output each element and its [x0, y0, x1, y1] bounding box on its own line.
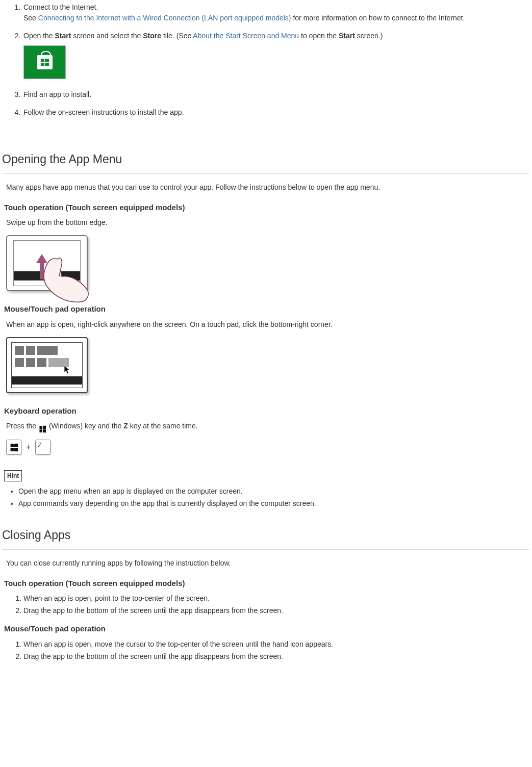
- link-connecting-internet[interactable]: Connecting to the Internet with a Wired …: [38, 14, 291, 22]
- step1-see: See: [23, 14, 38, 22]
- heading-closing-apps: Closing Apps: [2, 526, 529, 550]
- close-touch-head: Touch operation (Touch screen equipped m…: [4, 578, 529, 590]
- store-tile-icon: [23, 45, 66, 79]
- s2-m1: screen and select the: [71, 32, 143, 40]
- open-intro: Many apps have app menus that you can us…: [6, 182, 529, 193]
- hint-2: App commands vary depending on the app t…: [18, 498, 529, 509]
- windows-logo-icon: [39, 426, 46, 433]
- s2-m2: tile. (See: [161, 32, 193, 40]
- figure-swipe-up: [6, 235, 529, 291]
- plus-text: +: [26, 443, 31, 451]
- close-intro: You can close currently running apps by …: [6, 558, 529, 569]
- hint-label: Hint: [4, 470, 22, 481]
- close-mouse-steps: When an app is open, move the cursor to …: [10, 639, 529, 662]
- cm-step-2: Drag the app to the bottom of the screen…: [23, 651, 529, 662]
- s2-after: screen.): [355, 32, 383, 40]
- ct-step-1: When an app is open, point to the top-ce…: [23, 593, 529, 604]
- step1-title: Connect to the Internet.: [23, 3, 98, 11]
- cursor-icon: [64, 365, 72, 374]
- step-2: Open the Start screen and select the Sto…: [22, 31, 529, 89]
- step-4: Follow the on-screen instructions to ins…: [22, 107, 529, 125]
- mouse-head: Mouse/Touch pad operation: [4, 303, 529, 315]
- s2-pre: Open the: [23, 32, 55, 40]
- figure-right-click: [6, 337, 529, 393]
- shopping-bag-icon: [37, 55, 53, 69]
- hint-1: Open the app menu when an app is display…: [18, 486, 529, 497]
- heading-open-app-menu: Opening the App Menu: [2, 150, 529, 174]
- z-key-icon: Z: [35, 440, 50, 455]
- windows-key-icon: [6, 440, 21, 455]
- kb-win: (Windows) key and the: [47, 422, 123, 430]
- ct-step-2: Drag the app to the bottom of the screen…: [23, 605, 529, 616]
- kb-z: Z: [123, 422, 128, 430]
- key-combo: + Z: [6, 440, 529, 455]
- touch-text: Swipe up from the bottom edge.: [6, 217, 529, 228]
- close-touch-steps: When an app is open, point to the top-ce…: [10, 593, 529, 616]
- mouse-text: When an app is open, right-click anywher…: [6, 319, 529, 330]
- close-mouse-head: Mouse/Touch pad operation: [4, 623, 529, 635]
- s2-m3: to open the: [299, 32, 339, 40]
- kb-text: Press the (Windows) key and the Z key at…: [6, 421, 529, 432]
- tablet-icon: [6, 235, 88, 291]
- touch-head: Touch operation (Touch screen equipped m…: [4, 202, 529, 214]
- hand-icon: [39, 256, 95, 304]
- s2-start: Start: [55, 32, 71, 40]
- link-about-start[interactable]: About the Start Screen and Menu: [193, 32, 299, 40]
- step-1: Connect to the Internet. See Connecting …: [22, 2, 529, 31]
- laptop-icon: [6, 337, 88, 393]
- kb-after: key at the same time.: [128, 422, 198, 430]
- cm-step-1: When an app is open, move the cursor to …: [23, 639, 529, 650]
- s2-start2: Start: [339, 32, 355, 40]
- hint-list: Open the app menu when an app is display…: [7, 486, 529, 509]
- kb-head: Keyboard operation: [4, 405, 529, 417]
- install-steps: Connect to the Internet. See Connecting …: [3, 2, 529, 125]
- step-3: Find an app to install.: [22, 89, 529, 107]
- kb-pre: Press the: [6, 422, 38, 430]
- step1-after: for more information on how to connect t…: [291, 14, 465, 22]
- s2-store: Store: [143, 32, 161, 40]
